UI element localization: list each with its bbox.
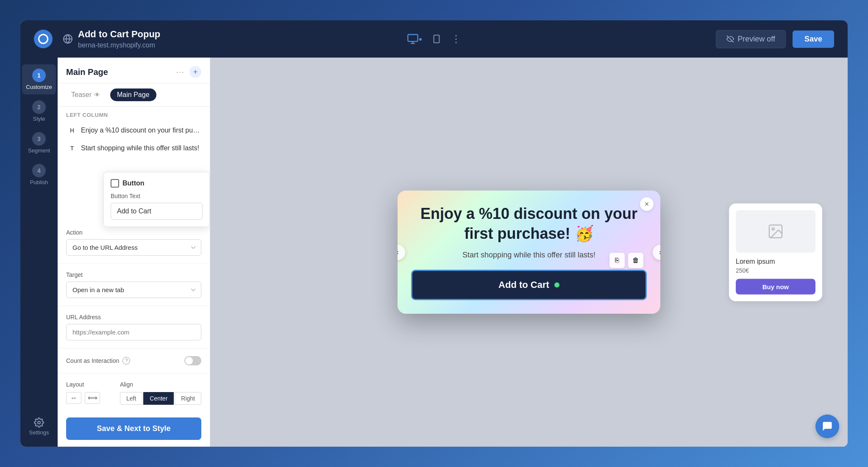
panel-menu-icon[interactable]: ⋯ (176, 67, 184, 77)
interaction-label: Count as Interaction (66, 357, 119, 364)
product-card: Lorem ipsum 250€ Buy now (729, 203, 822, 301)
heading-icon: H (67, 126, 77, 135)
sidebar-label-customize: Customize (26, 84, 52, 90)
url-input[interactable] (66, 324, 201, 340)
button-rect-icon (111, 179, 119, 188)
desktop-icon[interactable] (407, 31, 422, 47)
url-field: URL Address (58, 308, 210, 346)
delete-icon[interactable]: 🗑 (628, 253, 643, 268)
app-logo (34, 30, 53, 48)
tab-teaser-label: Teaser (71, 91, 92, 99)
align-left-button[interactable]: Left (120, 392, 142, 405)
tab-bar: Teaser 👁 Main Page (58, 83, 210, 107)
add-to-cart-button[interactable]: Add to Cart (411, 270, 647, 300)
add-section-button[interactable]: + (189, 66, 201, 78)
layout-shrink-button[interactable]: ↔ (66, 392, 81, 404)
button-text-label: Button Text (111, 193, 203, 199)
settings-icon (34, 417, 44, 428)
copy-icon[interactable]: ⎘ (609, 253, 625, 268)
more-options-icon[interactable]: ⋮ (451, 33, 461, 45)
sidebar-label-style: Style (33, 116, 45, 122)
device-switcher: ⋮ (407, 31, 461, 47)
product-name: Lorem ipsum (736, 257, 815, 265)
step4-circle: 4 (32, 164, 46, 177)
product-image (736, 210, 815, 252)
action-field: Action Go to the URL Address (58, 223, 210, 262)
sidebar-item-segment[interactable]: 3 Segment (22, 128, 56, 158)
sidebar-label-segment: Segment (28, 147, 50, 154)
app-title: Add to Cart Popup (78, 29, 160, 40)
layout-align-section: Layout ↔ ⟺ Align Left Center Right (58, 375, 210, 411)
eye-off-icon (726, 35, 734, 43)
step2-circle: 2 (32, 100, 46, 114)
target-select[interactable]: Open in a new tab (66, 282, 201, 298)
sidebar-label-publish: Publish (30, 179, 48, 185)
button-popup-header: Button (111, 179, 203, 188)
popup-title: Enjoy a %10 discount on your first purch… (411, 204, 647, 244)
sidebar-item-style[interactable]: 2 Style (22, 96, 56, 126)
svg-rect-2 (408, 35, 417, 41)
heading-text: Enjoy a %10 discount on your first purch… (81, 127, 201, 134)
text-content: Start shopping while this offer still la… (81, 144, 201, 152)
eye-icon: 👁 (94, 91, 100, 98)
site-info: Add to Cart Popup berna-test.myshopify.c… (78, 29, 160, 49)
preview-label: Preview off (737, 35, 775, 44)
sidebar-item-settings[interactable]: Settings (22, 413, 56, 440)
align-section: Align Left Center Right (120, 381, 201, 405)
tab-main-page[interactable]: Main Page (110, 88, 156, 101)
layout-buttons: ↔ ⟺ (66, 392, 106, 404)
align-right-button[interactable]: Right (175, 392, 201, 405)
action-select[interactable]: Go to the URL Address (66, 239, 201, 256)
preview-toggle-button[interactable]: Preview off (716, 30, 786, 48)
popup-button-wrapper: ⎘ 🗑 Add to Cart (411, 270, 647, 300)
header: Add to Cart Popup berna-test.myshopify.c… (20, 20, 848, 58)
buy-now-button[interactable]: Buy now (736, 279, 815, 294)
align-buttons: Left Center Right (120, 392, 201, 405)
product-panel: Lorem ipsum 250€ Buy now (729, 203, 822, 301)
url-label: URL Address (66, 314, 201, 321)
left-panel: Main Page ⋯ + Teaser 👁 Main Page LEFT CO… (58, 58, 210, 447)
text-row[interactable]: T Start shopping while this offer still … (58, 139, 210, 157)
sidebar: 1 Customize 2 Style 3 Segment 4 Publish … (20, 58, 58, 447)
app-window: Add to Cart Popup berna-test.myshopify.c… (20, 20, 848, 447)
layout-section: Layout ↔ ⟺ (66, 381, 106, 405)
interaction-toggle[interactable] (184, 356, 201, 365)
chat-button[interactable] (815, 414, 839, 438)
image-placeholder-icon (767, 223, 784, 240)
left-panel-header: Main Page ⋯ + (58, 58, 210, 83)
add-to-cart-label: Add to Cart (498, 279, 549, 290)
target-field: Target Open in a new tab (58, 265, 210, 304)
save-next-button[interactable]: Save & Next to Style (66, 417, 201, 440)
mobile-icon[interactable] (429, 31, 444, 47)
section-label: LEFT COLUMN (58, 107, 210, 122)
align-center-button[interactable]: Center (143, 392, 174, 405)
product-price: 250€ (736, 267, 815, 274)
app-subtitle: berna-test.myshopify.com (78, 41, 160, 49)
sidebar-item-customize[interactable]: 1 Customize (22, 64, 56, 94)
settings-label: Settings (29, 429, 49, 436)
sidebar-item-publish[interactable]: 4 Publish (22, 160, 56, 190)
chat-icon (821, 420, 833, 432)
layout-label: Layout (66, 381, 106, 388)
help-icon[interactable]: ? (122, 357, 130, 365)
button-popup-label: Button (122, 180, 145, 187)
heading-row[interactable]: H Enjoy a %10 discount on your first pur… (58, 122, 210, 139)
svg-point-10 (772, 228, 774, 230)
button-popup: Button Button Text (103, 172, 210, 227)
button-text-input[interactable] (111, 203, 203, 220)
globe-icon (63, 34, 73, 44)
preview-area: × Enjoy a %10 discount on your first pur… (210, 58, 848, 447)
save-button[interactable]: Save (793, 30, 834, 48)
layout-full-button[interactable]: ⟺ (85, 392, 100, 404)
step1-circle: 1 (32, 69, 46, 82)
popup-content: Enjoy a %10 discount on your first purch… (411, 204, 647, 300)
interaction-field: Count as Interaction ? (58, 350, 210, 371)
popup-action-icons: ⎘ 🗑 (609, 253, 643, 268)
tab-main-page-label: Main Page (117, 91, 150, 99)
text-icon: T (67, 144, 77, 153)
tab-teaser[interactable]: Teaser 👁 (64, 88, 107, 101)
logo-circle (38, 34, 48, 44)
svg-point-8 (38, 421, 40, 424)
page-title: Main Page (66, 67, 108, 77)
header-actions: Preview off Save (716, 30, 834, 48)
